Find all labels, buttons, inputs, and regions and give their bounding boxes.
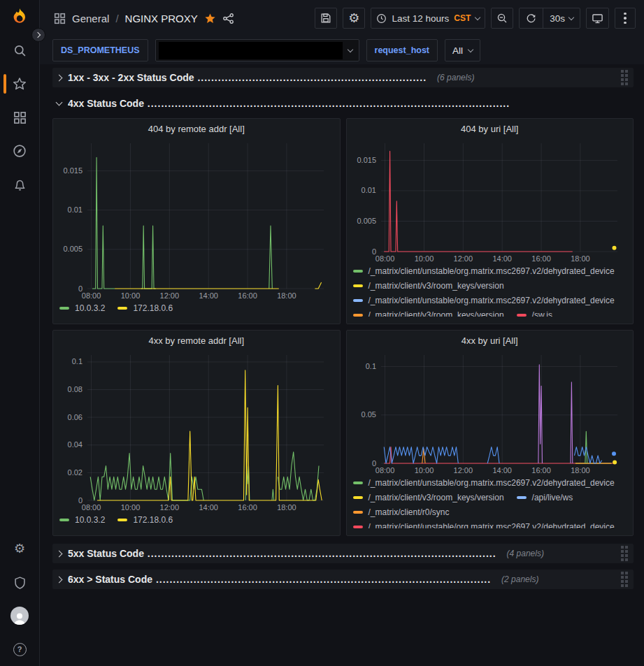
row-header-6xx[interactable]: 6xx > Status Code ......................… [52,570,634,589]
refresh-interval-select[interactable]: 30s [543,8,580,28]
sidebar-item-settings[interactable]: ⚙ [0,532,39,565]
legend-row: 10.0.3.2172.18.0.6 [59,301,334,315]
sidebar-expand-button[interactable] [31,28,45,42]
tv-mode-button[interactable] [586,8,609,29]
legend-row: /_matrix/client/unstable/org.matrix.msc2… [353,519,627,528]
timeseries-chart[interactable]: 00.050.108:0010:0012:0014:0016:0018:00 [353,348,627,475]
legend-item[interactable]: /api/live/ws [517,493,573,502]
legend-item[interactable]: /_matrix/client/v3/room_keys/version [353,281,504,291]
legend-item[interactable]: 10.0.3.2 [59,303,105,313]
variables-submenu: DS_PROMETHEUS request_host All [40,36,644,64]
legend-item[interactable]: /_matrix/client/v3/room_keys/version [353,493,504,502]
svg-text:14:00: 14:00 [199,291,218,300]
legend-label: /_matrix/client/r0/sync [368,507,450,517]
favorite-star-icon[interactable] [204,13,216,24]
main-area: General / NGINX PROXY [40,0,644,666]
legend-swatch [353,270,363,273]
timeseries-chart[interactable]: 00.0050.010.01508:0010:0012:0014:0016:00… [353,136,627,263]
timeseries-chart[interactable]: 00.0050.010.01508:0010:0012:0014:0016:00… [59,136,334,301]
timeseries-chart[interactable]: 00.020.040.060.080.108:0010:0012:0014:00… [59,348,334,512]
legend-row: /_matrix/client/v3/room_keys/version [353,278,627,293]
legend-row: /_matrix/client/v3/room_keys/version/sw.… [353,307,627,317]
datasource-variable-label[interactable]: DS_PROMETHEUS [52,39,148,61]
panel-title[interactable]: 404 by uri [All] [353,122,627,136]
gear-icon: ⚙ [348,12,359,24]
svg-text:08:00: 08:00 [82,503,101,512]
row-header-5xx[interactable]: 5xx Status Code ........................… [52,544,634,563]
svg-text:0.005: 0.005 [357,217,376,225]
svg-text:0.02: 0.02 [68,468,83,477]
svg-text:18:00: 18:00 [277,291,296,300]
grafana-logo[interactable] [8,6,31,29]
zoom-out-time-button[interactable] [491,8,513,29]
panel-404-by-uri: 404 by uri [All] 00.0050.010.01508:0010:… [346,118,634,324]
more-options-button[interactable] [615,8,636,29]
monitor-icon [592,13,603,24]
legend-swatch [117,519,127,521]
row-panel-count: (4 panels) [507,549,544,558]
row-header-1xx-3xx-2xx[interactable]: 1xx - 3xx - 2xx Status Code ............… [52,68,634,87]
sidebar-item-profile[interactable] [0,599,39,632]
row-drag-handle-icon[interactable] [620,570,629,588]
legend-label: /_matrix/client/v3/room_keys/version [368,281,504,291]
sidebar-item-alerting[interactable] [0,168,39,201]
dashboard-title[interactable]: NGINX PROXY [125,13,198,24]
panel-404-by-remote-addr: 404 by remote addr [All] 00.0050.010.015… [52,118,341,324]
svg-text:0.005: 0.005 [63,245,83,253]
row-title-dots: ........................................… [194,72,427,83]
dashboard-toolbar: ⚙ Last 12 hours CST [315,8,636,29]
legend-item[interactable]: /_matrix/client/unstable/org.matrix.msc2… [353,266,615,276]
panel-title[interactable]: 404 by remote addr [All] [59,122,334,136]
dashboard-settings-button[interactable]: ⚙ [343,8,365,29]
legend-item[interactable]: /_matrix/client/unstable/org.matrix.msc2… [353,478,615,488]
breadcrumb: General / NGINX PROXY [54,13,234,24]
legend-item[interactable]: 172.18.0.6 [117,303,173,313]
panel-title[interactable]: 4xx by uri [All] [353,334,627,348]
legend-label: /_matrix/client/unstable/org.matrix.msc2… [368,478,615,488]
svg-text:0.1: 0.1 [72,357,83,365]
legend-item[interactable]: 10.0.3.2 [59,515,105,525]
row-drag-handle-icon[interactable] [620,544,629,563]
request-host-value-select[interactable]: All [445,39,480,61]
legend-item[interactable]: 172.18.0.6 [117,515,173,525]
time-range-picker[interactable]: Last 12 hours CST [371,8,485,29]
legend-item[interactable]: /_matrix/client/unstable/org.matrix.msc2… [353,522,615,529]
clock-icon [376,13,387,24]
row-header-4xx[interactable]: 4xx Status Code ........................… [52,94,634,113]
legend-item[interactable]: /sw.js [517,310,552,317]
sidebar-item-help[interactable]: ? [0,632,39,666]
request-host-variable-label[interactable]: request_host [366,39,438,61]
sidebar-item-server-admin[interactable] [0,565,39,599]
svg-text:12:00: 12:00 [160,503,180,512]
row-drag-handle-icon[interactable] [620,68,629,87]
save-dashboard-button[interactable] [315,8,337,29]
breadcrumb-folder[interactable]: General [72,13,109,24]
svg-text:10:00: 10:00 [414,254,434,263]
datasource-select[interactable] [155,39,359,61]
legend-row: /_matrix/client/v3/room_keys/version/api… [353,490,627,505]
chevron-down-icon [568,14,574,20]
legend-item[interactable]: /_matrix/client/unstable/org.matrix.msc2… [353,296,615,305]
svg-text:0.04: 0.04 [68,440,83,449]
request-host-value: All [452,45,463,56]
legend-label: /sw.js [532,310,552,317]
kebab-menu-icon [621,13,629,24]
legend-swatch [353,526,363,528]
share-icon[interactable] [222,13,234,24]
sidebar-item-dashboards[interactable] [0,101,39,134]
legend-item[interactable]: /_matrix/client/r0/sync [353,507,450,517]
legend-label: 10.0.3.2 [75,303,105,313]
panel-title[interactable]: 4xx by remote addr [All] [59,334,334,348]
legend-swatch [353,314,363,317]
sidebar-item-starred[interactable] [0,67,39,101]
legend-label: /_matrix/client/unstable/org.matrix.msc2… [368,522,615,529]
help-icon: ? [13,643,27,656]
refresh-button-group: 30s [519,8,580,29]
refresh-button[interactable] [520,8,543,28]
svg-text:0.08: 0.08 [68,385,83,393]
svg-text:16:00: 16:00 [531,254,551,263]
legend-item[interactable]: /_matrix/client/v3/room_keys/version [353,310,504,317]
row-title-dots: ........................................… [144,548,496,559]
chevron-down-icon [468,46,473,52]
sidebar-item-explore[interactable] [0,134,39,168]
